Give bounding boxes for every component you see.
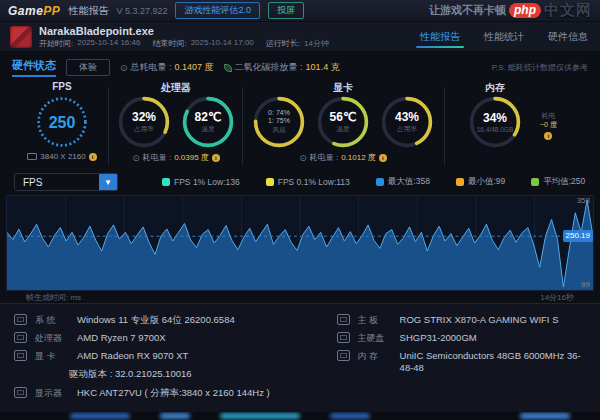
gpu-icon bbox=[14, 350, 27, 361]
axis-avg-badge: 250.19 bbox=[563, 230, 593, 242]
sysinfo-label: 系 统 bbox=[35, 314, 69, 326]
tab-1[interactable]: 性能统计 bbox=[482, 26, 526, 48]
taskbar-sliver bbox=[0, 412, 600, 420]
sysinfo-value: HKC ANT27VU ( 分辨率:3840 x 2160 144Hz ) bbox=[77, 387, 270, 399]
legend-label: 最小值:99 bbox=[468, 176, 505, 188]
memory-util-gauge: 34% 16.4/48.0GB bbox=[468, 95, 522, 149]
gpu-util-gauge: 43% 占用率 bbox=[380, 95, 434, 149]
legend-swatch bbox=[456, 178, 464, 186]
axis-max-label: 358 bbox=[577, 196, 590, 205]
metric-select[interactable]: FPS ▼ bbox=[14, 173, 118, 191]
fps-value: 250 bbox=[49, 116, 76, 129]
mode-button[interactable]: 体验 bbox=[66, 59, 110, 76]
version-label: V 5.3.27.922 bbox=[116, 6, 167, 16]
chevron-down-icon[interactable]: ▼ bbox=[99, 174, 117, 190]
legend-swatch bbox=[531, 178, 539, 186]
chart-footer: 帧生成时间: ms 14分16秒 bbox=[0, 291, 600, 303]
sysinfo-value: AMD Radeon RX 9070 XT bbox=[77, 350, 188, 362]
monitor-icon bbox=[27, 153, 37, 160]
sysinfo-row: 主 板ROG STRIX X870-A GAMING WIFI S bbox=[337, 314, 594, 326]
sysinfo-row: 显示器HKC ANT27VU ( 分辨率:3840 x 2160 144Hz ) bbox=[14, 387, 329, 399]
system-info-right-column: 主 板ROG STRIX X870-A GAMING WIFI S主硬盘SHGP… bbox=[337, 314, 594, 399]
legend-item-0: FPS 1% Low:136 bbox=[162, 176, 240, 188]
gpu-fan0-value: 0: 74% bbox=[268, 109, 290, 117]
sysinfo-value: Windows 11 专业版 64位 26200.6584 bbox=[77, 314, 235, 326]
sysinfo-subvalue: 驱动版本 : 32.0.21025.10016 bbox=[69, 368, 329, 381]
x-axis-left-label: 帧生成时间: ms bbox=[26, 292, 81, 303]
tab-2[interactable]: 硬件信息 bbox=[546, 26, 590, 48]
sysinfo-row: 主硬盘SHGP31-2000GM bbox=[337, 332, 594, 344]
system-info-panel: 系 统Windows 11 专业版 64位 26200.6584处理器AMD R… bbox=[0, 303, 600, 412]
total-power-line: ⊙ 总耗电量 : 0.1407 度 bbox=[120, 61, 214, 74]
session-times: 开始时间:2025-10-14 16:46 结束时间:2025-10-14 17… bbox=[39, 38, 329, 49]
legend-label: 最大值:358 bbox=[388, 176, 430, 188]
cpu-group-title: 处理器 bbox=[112, 81, 240, 95]
memory-gauge-group: 内存 34% 16.4/48.0GB 耗电 ~0 度 i bbox=[452, 81, 592, 149]
gpu-util-label: 占用率 bbox=[397, 125, 417, 134]
sysinfo-row: 系 统Windows 11 专业版 64位 26200.6584 bbox=[14, 314, 329, 326]
hardware-status-tab[interactable]: 硬件状态 bbox=[12, 58, 56, 77]
x-axis-right-label: 14分16秒 bbox=[540, 292, 574, 303]
sysinfo-value: UniIC Semiconductors 48GB 6000MHz 36-48-… bbox=[400, 350, 594, 374]
cpu-temp-label: 温度 bbox=[202, 125, 215, 134]
monitor-icon bbox=[14, 387, 27, 398]
total-power-label: 总耗电量 : bbox=[131, 61, 172, 74]
game-icon bbox=[10, 26, 32, 48]
memory-power-value: ~0 度 bbox=[540, 120, 557, 129]
power-icon: ⊙ bbox=[132, 153, 140, 163]
start-time-label: 开始时间: bbox=[39, 38, 73, 49]
cpu-util-gauge: 32% 占用率 bbox=[117, 95, 171, 149]
metric-select-value: FPS bbox=[15, 174, 99, 190]
info-icon[interactable]: i bbox=[544, 132, 552, 140]
exe-name: NarakaBladepoint.exe bbox=[39, 25, 329, 37]
leaf-icon bbox=[224, 64, 232, 72]
gpu-fan1-value: 1: 75% bbox=[268, 117, 290, 125]
memory-power-column: 耗电 ~0 度 i bbox=[540, 111, 557, 140]
sysinfo-value: AMD Ryzen 7 9700X bbox=[77, 332, 166, 344]
legend-item-4: 平均值:250 bbox=[531, 176, 585, 188]
co2-value: 101.4 克 bbox=[306, 61, 340, 74]
performance-eval-button[interactable]: 游戏性能评估2.0 bbox=[175, 2, 260, 19]
gamepp-logo: GamePP bbox=[8, 4, 60, 18]
info-icon[interactable]: i bbox=[212, 154, 220, 162]
cpu-temp-gauge: 82℃ 温度 bbox=[181, 95, 235, 149]
legend-label: 平均值:250 bbox=[543, 176, 585, 188]
tab-0[interactable]: 性能报告 bbox=[418, 26, 462, 48]
taskbar-blob bbox=[330, 413, 370, 419]
sysinfo-value: SHGP31-2000GM bbox=[400, 332, 477, 344]
info-icon[interactable]: i bbox=[89, 153, 97, 161]
legend-label: FPS 1% Low:136 bbox=[174, 177, 240, 187]
gpu-fan-gauge: 0: 74% 1: 75% 风扇 bbox=[252, 95, 306, 149]
cpu-gauge-group: 处理器 32% 占用率 82℃ 温度 bbox=[112, 81, 240, 163]
session-info: NarakaBladepoint.exe 开始时间:2025-10-14 16:… bbox=[39, 25, 329, 49]
info-icon[interactable]: i bbox=[379, 154, 387, 162]
app-title: 性能报告 bbox=[68, 4, 108, 18]
gpu-power-label: 耗电量 : bbox=[310, 152, 338, 163]
sysinfo-label: 主 板 bbox=[358, 314, 392, 326]
sysinfo-label: 主硬盘 bbox=[358, 332, 392, 344]
legend-swatch bbox=[162, 178, 170, 186]
gpu-power-line: ⊙ 耗电量 : 0.1012 度 i bbox=[246, 152, 440, 163]
sysinfo-row: 内 存UniIC Semiconductors 48GB 6000MHz 36-… bbox=[337, 350, 594, 374]
gauges-panel: FPS 250 3840 X 2160 i 处理器 bbox=[0, 81, 600, 169]
power-icon: ⊙ bbox=[299, 153, 307, 163]
php-logo: php bbox=[509, 3, 541, 18]
sysinfo-label: 显示器 bbox=[35, 387, 69, 399]
motherboard-icon bbox=[337, 314, 350, 325]
cast-button[interactable]: 投屏 bbox=[268, 2, 304, 19]
cpu-temp-value: 82℃ bbox=[195, 111, 222, 124]
memory-power-label: 耗电 bbox=[540, 111, 557, 120]
cpu-power-value: 0.0395 度 bbox=[174, 152, 209, 163]
divider bbox=[242, 87, 243, 165]
sysinfo-row: 显 卡AMD Radeon RX 9070 XT bbox=[14, 350, 329, 362]
gpu-util-value: 43% bbox=[395, 111, 419, 124]
fps-gauge: 250 bbox=[35, 95, 89, 149]
logo-pp-text: PP bbox=[43, 4, 60, 18]
sysinfo-row: 处理器AMD Ryzen 7 9700X bbox=[14, 332, 329, 344]
sysinfo-label: 显 卡 bbox=[35, 350, 69, 362]
fps-gauge-group: FPS 250 3840 X 2160 i bbox=[16, 81, 108, 161]
report-tabs: 性能报告性能统计硬件信息 bbox=[418, 22, 590, 51]
divider bbox=[108, 87, 109, 165]
system-info-left-column: 系 统Windows 11 专业版 64位 26200.6584处理器AMD R… bbox=[14, 314, 329, 399]
axis-min-label: 99 bbox=[581, 280, 590, 289]
